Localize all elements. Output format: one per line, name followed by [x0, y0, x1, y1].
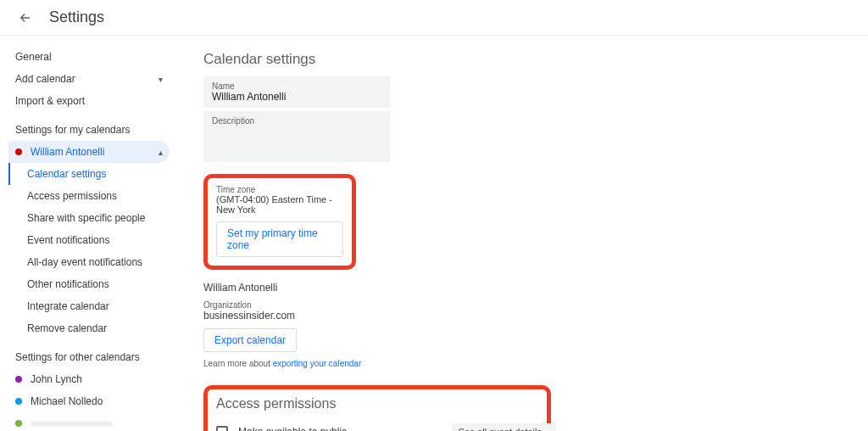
app-header: Settings [0, 0, 868, 36]
calendar-color-dot [15, 376, 22, 383]
sidebar-sub-calendar-settings[interactable]: Calendar settings [8, 163, 170, 185]
perm-row-public: Make available to public See all event d… [216, 420, 555, 431]
calendar-color-dot [15, 398, 22, 405]
sidebar-sub-share-specific[interactable]: Share with specific people [8, 207, 170, 229]
calendar-color-dot [15, 420, 22, 427]
back-arrow-icon[interactable] [17, 9, 34, 26]
sidebar-item-import-export[interactable]: Import & export [8, 90, 170, 112]
chevron-down-icon: ▾ [545, 428, 548, 432]
sidebar-sub-event-notifications[interactable]: Event notifications [8, 229, 170, 251]
sidebar-section-other-calendars: Settings for other calendars [8, 339, 170, 368]
name-field[interactable]: Name William Antonelli [203, 76, 390, 108]
sidebar-sub-integrate-calendar[interactable]: Integrate calendar [8, 295, 170, 317]
sidebar-item-add-calendar[interactable]: Add calendar ▾ [8, 68, 170, 90]
exporting-help-link[interactable]: exporting your calendar [273, 359, 362, 368]
section-title-access-permissions: Access permissions [216, 396, 538, 411]
sidebar-other-cal-2[interactable]: ———————— [8, 412, 170, 431]
perm-label: Make available to public [238, 426, 347, 431]
organization-value: businessinsider.com [203, 310, 834, 322]
chevron-up-icon: ▴ [159, 148, 163, 157]
sidebar-sub-allday-notifications[interactable]: All-day event notifications [8, 251, 170, 273]
learn-more-text: Learn more about exporting your calendar [203, 359, 834, 368]
name-value: William Antonelli [212, 91, 381, 103]
section-title-calendar-settings: Calendar settings [203, 51, 834, 68]
export-calendar-button[interactable]: Export calendar [203, 328, 297, 352]
sidebar-other-cal-0[interactable]: John Lynch [8, 368, 170, 390]
highlight-access-permissions: Access permissions Make available to pub… [203, 385, 551, 431]
sidebar-section-my-calendars: Settings for my calendars [8, 112, 170, 141]
timezone-value: (GMT-04:00) Eastern Time - New York [216, 194, 343, 215]
timezone-label: Time zone [216, 185, 343, 194]
sidebar-calendar-selected[interactable]: William Antonelli ▴ [8, 141, 170, 163]
sidebar-sub-other-notifications[interactable]: Other notifications [8, 273, 170, 295]
organization-label: Organization [203, 300, 834, 310]
checkbox-public[interactable] [216, 426, 228, 431]
highlight-timezone: Time zone (GMT-04:00) Eastern Time - New… [203, 174, 356, 270]
sidebar-sub-access-permissions[interactable]: Access permissions [8, 185, 170, 207]
description-label: Description [212, 116, 381, 126]
sidebar-other-cal-1[interactable]: Michael Nolledo [8, 390, 170, 412]
sidebar-item-general[interactable]: General [8, 46, 170, 68]
name-label: Name [212, 81, 381, 91]
sidebar: General Add calendar ▾ Import & export S… [0, 36, 170, 431]
page-title: Settings [49, 8, 104, 26]
dropdown-public-visibility[interactable]: See all event details ▾ [452, 423, 555, 431]
main-content: Calendar settings Name William Antonelli… [170, 36, 868, 431]
calendar-color-dot [15, 148, 22, 155]
description-field[interactable]: Description [203, 111, 390, 162]
chevron-down-icon: ▾ [159, 75, 163, 84]
set-primary-timezone-button[interactable]: Set my primary time zone [216, 221, 343, 257]
sidebar-sub-remove-calendar[interactable]: Remove calendar [8, 317, 170, 339]
owner-name: William Antonelli [203, 282, 834, 294]
